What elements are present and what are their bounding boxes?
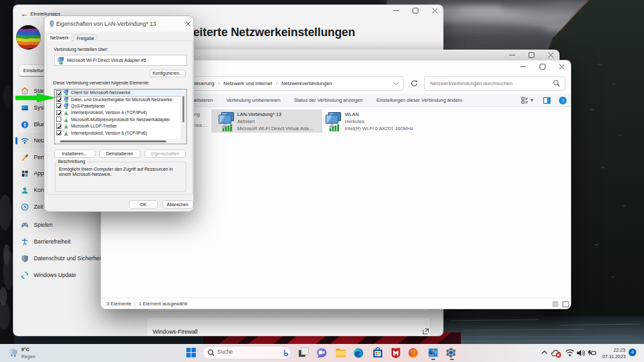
svg-text:?: ? bbox=[561, 98, 565, 104]
